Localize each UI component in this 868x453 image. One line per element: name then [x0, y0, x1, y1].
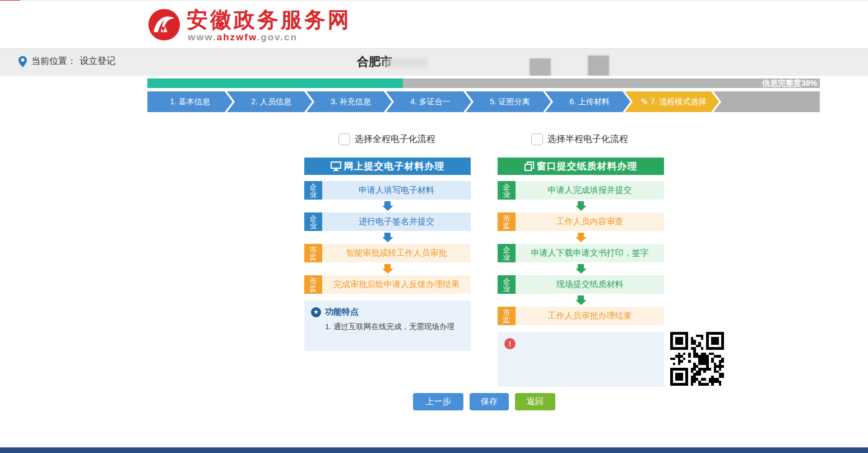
tab-step-5-label: 5. 证照分离 — [490, 97, 530, 107]
notice-box: ! — [498, 332, 664, 387]
half-electronic-label: 选择半程电子化流程 — [547, 133, 628, 145]
actor-tag-regulator: 市监 — [304, 244, 322, 262]
flow-step-text: 智能审批或转工作人员审批 — [322, 244, 471, 262]
full-electronic-checkbox[interactable] — [338, 133, 350, 145]
tab-step-7-label: 7. 流程模式选择 — [651, 97, 707, 107]
previous-step-button[interactable]: 上一步 — [413, 393, 463, 410]
flow-online: 网上提交电子材料办理 企业 申请人填写电子材料 企业 进行电子签名并提交 市监 … — [304, 158, 471, 351]
flow-step-text: 工作人员内容审查 — [516, 212, 664, 231]
flow-step-text: 现场提交纸质材料 — [516, 275, 664, 294]
tab-step-6[interactable]: 6. 上传材料 — [545, 91, 630, 112]
down-arrow-icon — [304, 231, 471, 244]
site-logo[interactable]: 安徽政务服务网 www.ahzwfw.gov.cn — [147, 8, 351, 43]
down-arrow-icon — [498, 262, 664, 275]
window-copy-icon — [524, 161, 534, 171]
breadcrumb-current: 设立登记 — [80, 56, 115, 67]
redacted-block — [588, 56, 609, 76]
option-full-electronic: 选择全程电子化流程 — [338, 133, 435, 145]
tab-step-4-label: 4. 多证合一 — [410, 97, 451, 107]
tab-step-5[interactable]: 5. 证照分离 — [466, 91, 551, 112]
flow-step: 市监 完成审批后给申请人反馈办理结果 — [304, 275, 471, 294]
option-half-electronic: 选择半程电子化流程 — [531, 133, 628, 145]
monitor-icon — [331, 161, 341, 171]
action-buttons: 上一步 保存 返回 — [413, 393, 555, 410]
site-name: 安徽政务服务网 — [187, 8, 351, 31]
tab-step-1-label: 1. 基本信息 — [170, 97, 210, 107]
back-button[interactable]: 返回 — [515, 393, 555, 410]
tab-step-4[interactable]: 4. 多证合一 — [386, 91, 471, 112]
actor-tag-regulator: 市监 — [304, 275, 322, 294]
actor-tag-regulator: 市监 — [498, 212, 516, 231]
flow-step: 企业 申请人下载申请文书打印，签字 — [498, 244, 664, 262]
redacted-title-text — [384, 58, 428, 67]
tab-step-1[interactable]: 1. 基本信息 — [147, 91, 233, 112]
flow-step-text: 完成审批后给申请人反馈办理结果 — [322, 275, 471, 294]
down-arrow-icon — [498, 231, 664, 244]
tab-step-2-label: 2. 人员信息 — [251, 97, 291, 107]
down-arrow-icon — [304, 200, 471, 212]
actor-tag-enterprise: 企业 — [498, 244, 516, 262]
flow-step-text: 工作人员审批办理结束 — [516, 307, 664, 325]
feature-note-title: 功能特点 — [325, 307, 359, 317]
flow-step: 企业 现场提交纸质材料 — [498, 275, 664, 294]
flow-step: 企业 申请人完成填报并提交 — [498, 181, 664, 200]
site-header: 安徽政务服务网 www.ahzwfw.gov.cn — [0, 1, 868, 49]
footer-bar — [0, 447, 868, 453]
tab-step-6-label: 6. 上传材料 — [569, 97, 610, 107]
actor-tag-enterprise: 企业 — [304, 181, 322, 200]
site-url-www: www. — [188, 32, 217, 43]
wizard-steps: 1. 基本信息 2. 人员信息 3. 补充信息 4. 多证合一 5. 证照分离 … — [147, 91, 820, 112]
flow-step: 市监 智能审批或转工作人员审批 — [304, 244, 471, 262]
feature-star-icon: ★ — [311, 307, 321, 317]
actor-tag-regulator: 市监 — [498, 307, 516, 325]
flow-step-text: 申请人填写电子材料 — [322, 181, 471, 200]
flow-step-text: 申请人完成填报并提交 — [516, 181, 664, 200]
progress-label: 信息完整度38% — [762, 78, 817, 88]
full-electronic-label: 选择全程电子化流程 — [355, 133, 435, 145]
actor-tag-enterprise: 企业 — [498, 275, 516, 294]
flow-step-text: 申请人下载申请文书打印，签字 — [516, 244, 664, 262]
flow-online-title: 网上提交电子材料办理 — [344, 160, 445, 173]
site-url-tld: .gov.cn — [257, 32, 298, 43]
redacted-block — [530, 58, 551, 76]
qr-code — [670, 332, 724, 386]
flow-window-title: 窗口提交纸质材料办理 — [537, 160, 638, 173]
alert-icon: ! — [504, 338, 516, 349]
flow-step-text: 进行电子签名并提交 — [322, 212, 471, 231]
tab-step-2[interactable]: 2. 人员信息 — [227, 91, 312, 112]
actor-tag-enterprise: 企业 — [304, 212, 322, 231]
flow-window-header: 窗口提交纸质材料办理 — [498, 158, 664, 175]
flow-step: 企业 进行电子签名并提交 — [304, 212, 471, 231]
completeness-progressbar: 信息完整度38% — [147, 78, 820, 88]
location-pin-icon — [18, 56, 27, 67]
actor-tag-enterprise: 企业 — [498, 181, 516, 200]
feature-note-box: ★ 功能特点 1. 通过互联网在线完成，无需现场办理 — [304, 301, 471, 351]
tab-step-3[interactable]: 3. 补充信息 — [307, 91, 392, 112]
tab-step-3-label: 3. 补充信息 — [331, 97, 371, 107]
save-button[interactable]: 保存 — [470, 393, 509, 410]
site-url-domain: ahzwfw — [217, 32, 257, 43]
breadcrumb-label: 当前位置： — [31, 56, 76, 67]
half-electronic-checkbox[interactable] — [531, 133, 543, 145]
down-arrow-icon — [304, 262, 471, 275]
site-logo-icon — [147, 8, 181, 41]
breadcrumb: 当前位置： 设立登记 — [18, 56, 115, 67]
flow-step: 企业 申请人填写电子材料 — [304, 181, 471, 200]
down-arrow-icon — [498, 200, 664, 212]
flow-window: 窗口提交纸质材料办理 企业 申请人完成填报并提交 市监 工作人员内容审查 企业 … — [498, 158, 664, 387]
flow-step: 市监 工作人员内容审查 — [498, 212, 664, 231]
feature-note-item: 1. 通过互联网在线完成，无需现场办理 — [325, 322, 464, 332]
down-arrow-icon — [498, 294, 664, 307]
tab-step-7-active[interactable]: ✎7. 流程模式选择 — [625, 91, 719, 112]
pencil-icon: ✎ — [641, 96, 648, 107]
breadcrumb-band: 当前位置： 设立登记 合肥市 — [0, 49, 868, 76]
progress-fill — [147, 78, 403, 88]
site-url: www.ahzwfw.gov.cn — [188, 32, 351, 43]
tabs-filler — [713, 91, 820, 112]
flow-step: 市监 工作人员审批办理结束 — [498, 307, 664, 325]
flow-online-header: 网上提交电子材料办理 — [304, 158, 471, 175]
page: 安徽政务服务网 www.ahzwfw.gov.cn 当前位置： 设立登记 合肥市… — [0, 0, 868, 453]
